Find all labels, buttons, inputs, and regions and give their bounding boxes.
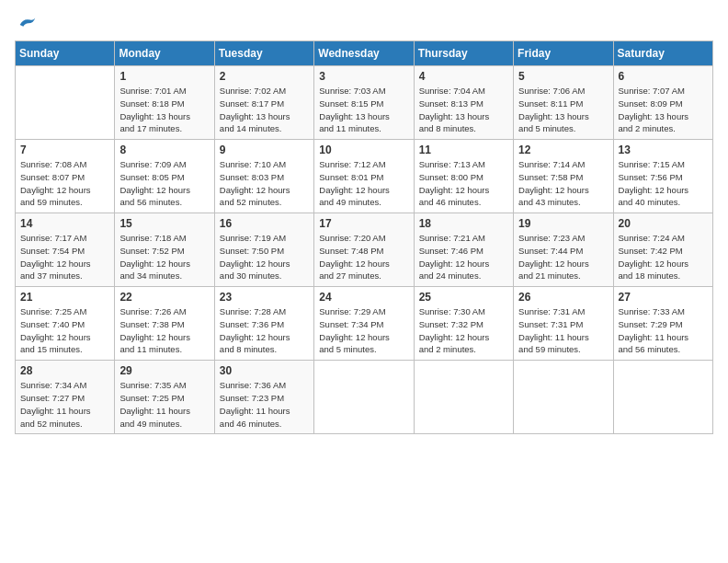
day-number: 14 bbox=[20, 217, 109, 230]
day-cell: 11Sunrise: 7:13 AM Sunset: 8:00 PM Dayli… bbox=[414, 140, 513, 213]
day-cell: 3Sunrise: 7:03 AM Sunset: 8:15 PM Daylig… bbox=[314, 66, 414, 140]
day-info: Sunrise: 7:09 AM Sunset: 8:05 PM Dayligh… bbox=[119, 158, 209, 209]
day-info: Sunrise: 7:19 AM Sunset: 7:50 PM Dayligh… bbox=[220, 232, 309, 282]
day-info: Sunrise: 7:21 AM Sunset: 7:46 PM Dayligh… bbox=[419, 232, 508, 282]
day-cell: 8Sunrise: 7:09 AM Sunset: 8:05 PM Daylig… bbox=[115, 140, 214, 213]
col-header-saturday: Saturday bbox=[613, 41, 712, 66]
day-cell: 23Sunrise: 7:28 AM Sunset: 7:36 PM Dayli… bbox=[214, 287, 313, 361]
day-info: Sunrise: 7:24 AM Sunset: 7:42 PM Dayligh… bbox=[619, 232, 708, 282]
day-number: 5 bbox=[518, 70, 608, 83]
day-info: Sunrise: 7:01 AM Sunset: 8:18 PM Dayligh… bbox=[119, 85, 209, 135]
col-header-sunday: Sunday bbox=[16, 41, 115, 66]
day-number: 11 bbox=[419, 144, 508, 156]
day-number: 9 bbox=[220, 144, 309, 156]
day-number: 19 bbox=[518, 217, 608, 230]
day-cell bbox=[414, 361, 513, 434]
day-info: Sunrise: 7:04 AM Sunset: 8:13 PM Dayligh… bbox=[419, 85, 508, 135]
header-row: SundayMondayTuesdayWednesdayThursdayFrid… bbox=[16, 41, 713, 66]
day-cell: 12Sunrise: 7:14 AM Sunset: 7:58 PM Dayli… bbox=[514, 140, 613, 213]
day-cell: 27Sunrise: 7:33 AM Sunset: 7:29 PM Dayli… bbox=[613, 287, 712, 361]
day-info: Sunrise: 7:34 AM Sunset: 7:27 PM Dayligh… bbox=[20, 379, 109, 430]
day-info: Sunrise: 7:20 AM Sunset: 7:48 PM Dayligh… bbox=[319, 232, 408, 282]
day-cell: 29Sunrise: 7:35 AM Sunset: 7:25 PM Dayli… bbox=[115, 361, 214, 434]
day-number: 27 bbox=[619, 291, 708, 304]
day-info: Sunrise: 7:03 AM Sunset: 8:15 PM Dayligh… bbox=[319, 85, 408, 135]
day-number: 10 bbox=[319, 144, 408, 156]
day-cell: 1Sunrise: 7:01 AM Sunset: 8:18 PM Daylig… bbox=[115, 66, 214, 140]
day-cell: 17Sunrise: 7:20 AM Sunset: 7:48 PM Dayli… bbox=[314, 213, 414, 287]
day-number: 26 bbox=[518, 291, 608, 304]
day-cell: 2Sunrise: 7:02 AM Sunset: 8:17 PM Daylig… bbox=[214, 66, 313, 140]
day-cell: 5Sunrise: 7:06 AM Sunset: 8:11 PM Daylig… bbox=[514, 66, 613, 140]
day-cell: 22Sunrise: 7:26 AM Sunset: 7:38 PM Dayli… bbox=[115, 287, 214, 361]
day-cell: 30Sunrise: 7:36 AM Sunset: 7:23 PM Dayli… bbox=[214, 361, 313, 434]
day-cell: 20Sunrise: 7:24 AM Sunset: 7:42 PM Dayli… bbox=[613, 213, 712, 287]
day-number: 18 bbox=[419, 217, 508, 230]
day-number: 30 bbox=[220, 364, 309, 377]
day-info: Sunrise: 7:17 AM Sunset: 7:54 PM Dayligh… bbox=[20, 232, 109, 282]
day-cell bbox=[314, 361, 414, 434]
day-number: 2 bbox=[220, 70, 309, 83]
day-number: 17 bbox=[319, 217, 408, 230]
week-row-2: 7Sunrise: 7:08 AM Sunset: 8:07 PM Daylig… bbox=[16, 140, 713, 213]
day-cell: 16Sunrise: 7:19 AM Sunset: 7:50 PM Dayli… bbox=[214, 213, 313, 287]
day-number: 24 bbox=[319, 291, 408, 304]
day-info: Sunrise: 7:06 AM Sunset: 8:11 PM Dayligh… bbox=[518, 85, 608, 135]
col-header-thursday: Thursday bbox=[414, 41, 513, 66]
col-header-monday: Monday bbox=[115, 41, 214, 66]
day-cell: 13Sunrise: 7:15 AM Sunset: 7:56 PM Dayli… bbox=[613, 140, 712, 213]
day-info: Sunrise: 7:28 AM Sunset: 7:36 PM Dayligh… bbox=[220, 305, 309, 356]
day-number: 15 bbox=[119, 217, 209, 230]
day-number: 21 bbox=[20, 291, 109, 304]
day-cell: 26Sunrise: 7:31 AM Sunset: 7:31 PM Dayli… bbox=[514, 287, 613, 361]
day-number: 12 bbox=[518, 144, 608, 156]
day-cell: 28Sunrise: 7:34 AM Sunset: 7:27 PM Dayli… bbox=[16, 361, 115, 434]
col-header-wednesday: Wednesday bbox=[314, 41, 414, 66]
day-cell bbox=[514, 361, 613, 434]
week-row-4: 21Sunrise: 7:25 AM Sunset: 7:40 PM Dayli… bbox=[16, 287, 713, 361]
day-info: Sunrise: 7:35 AM Sunset: 7:25 PM Dayligh… bbox=[119, 379, 209, 430]
day-cell: 4Sunrise: 7:04 AM Sunset: 8:13 PM Daylig… bbox=[414, 66, 513, 140]
day-cell bbox=[16, 66, 115, 140]
day-number: 8 bbox=[119, 144, 209, 156]
day-cell: 6Sunrise: 7:07 AM Sunset: 8:09 PM Daylig… bbox=[613, 66, 712, 140]
day-info: Sunrise: 7:13 AM Sunset: 8:00 PM Dayligh… bbox=[419, 158, 508, 209]
day-info: Sunrise: 7:02 AM Sunset: 8:17 PM Dayligh… bbox=[220, 85, 309, 135]
day-info: Sunrise: 7:33 AM Sunset: 7:29 PM Dayligh… bbox=[619, 305, 708, 356]
day-info: Sunrise: 7:18 AM Sunset: 7:52 PM Dayligh… bbox=[119, 232, 209, 282]
col-header-tuesday: Tuesday bbox=[214, 41, 313, 66]
day-cell: 25Sunrise: 7:30 AM Sunset: 7:32 PM Dayli… bbox=[414, 287, 513, 361]
week-row-1: 1Sunrise: 7:01 AM Sunset: 8:18 PM Daylig… bbox=[16, 66, 713, 140]
day-cell: 24Sunrise: 7:29 AM Sunset: 7:34 PM Dayli… bbox=[314, 287, 414, 361]
day-number: 28 bbox=[20, 364, 109, 377]
day-cell: 14Sunrise: 7:17 AM Sunset: 7:54 PM Dayli… bbox=[16, 213, 115, 287]
day-cell: 15Sunrise: 7:18 AM Sunset: 7:52 PM Dayli… bbox=[115, 213, 214, 287]
day-number: 29 bbox=[119, 364, 209, 377]
day-cell: 18Sunrise: 7:21 AM Sunset: 7:46 PM Dayli… bbox=[414, 213, 513, 287]
day-info: Sunrise: 7:07 AM Sunset: 8:09 PM Dayligh… bbox=[619, 85, 708, 135]
day-number: 3 bbox=[319, 70, 408, 83]
day-number: 6 bbox=[619, 70, 708, 83]
day-info: Sunrise: 7:29 AM Sunset: 7:34 PM Dayligh… bbox=[319, 305, 408, 356]
logo bbox=[15, 15, 37, 29]
day-number: 1 bbox=[119, 70, 209, 83]
day-cell: 21Sunrise: 7:25 AM Sunset: 7:40 PM Dayli… bbox=[16, 287, 115, 361]
day-info: Sunrise: 7:36 AM Sunset: 7:23 PM Dayligh… bbox=[220, 379, 309, 430]
week-row-3: 14Sunrise: 7:17 AM Sunset: 7:54 PM Dayli… bbox=[16, 213, 713, 287]
day-info: Sunrise: 7:23 AM Sunset: 7:44 PM Dayligh… bbox=[518, 232, 608, 282]
calendar-table: SundayMondayTuesdayWednesdayThursdayFrid… bbox=[15, 40, 713, 434]
day-number: 20 bbox=[619, 217, 708, 230]
day-cell: 19Sunrise: 7:23 AM Sunset: 7:44 PM Dayli… bbox=[514, 213, 613, 287]
day-info: Sunrise: 7:14 AM Sunset: 7:58 PM Dayligh… bbox=[518, 158, 608, 209]
day-cell bbox=[613, 361, 712, 434]
day-number: 16 bbox=[220, 217, 309, 230]
col-header-friday: Friday bbox=[514, 41, 613, 66]
week-row-5: 28Sunrise: 7:34 AM Sunset: 7:27 PM Dayli… bbox=[16, 361, 713, 434]
day-info: Sunrise: 7:25 AM Sunset: 7:40 PM Dayligh… bbox=[20, 305, 109, 356]
day-number: 22 bbox=[119, 291, 209, 304]
day-info: Sunrise: 7:26 AM Sunset: 7:38 PM Dayligh… bbox=[119, 305, 209, 356]
day-cell: 10Sunrise: 7:12 AM Sunset: 8:01 PM Dayli… bbox=[314, 140, 414, 213]
day-cell: 7Sunrise: 7:08 AM Sunset: 8:07 PM Daylig… bbox=[16, 140, 115, 213]
day-info: Sunrise: 7:12 AM Sunset: 8:01 PM Dayligh… bbox=[319, 158, 408, 209]
day-number: 25 bbox=[419, 291, 508, 304]
